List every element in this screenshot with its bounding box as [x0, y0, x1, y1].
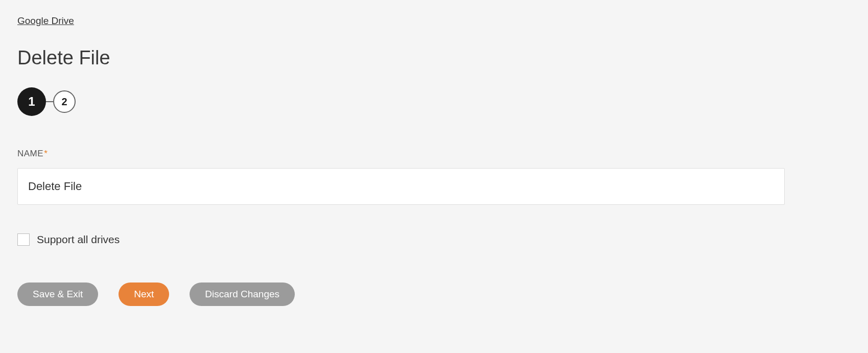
- support-drives-row: Support all drives: [17, 233, 851, 246]
- step-connector: [46, 101, 53, 102]
- save-exit-button[interactable]: Save & Exit: [17, 283, 98, 306]
- next-button[interactable]: Next: [119, 283, 169, 306]
- action-buttons: Save & Exit Next Discard Changes: [17, 283, 851, 306]
- page-title: Delete File: [17, 47, 851, 69]
- name-label: NAME*: [17, 149, 851, 159]
- support-drives-label: Support all drives: [37, 233, 120, 246]
- name-label-text: NAME: [17, 149, 43, 158]
- support-drives-checkbox[interactable]: [17, 233, 30, 246]
- breadcrumb-link[interactable]: Google Drive: [17, 15, 74, 27]
- step-1[interactable]: 1: [17, 87, 46, 116]
- required-indicator: *: [44, 149, 48, 158]
- discard-changes-button[interactable]: Discard Changes: [190, 283, 295, 306]
- name-field-group: NAME*: [17, 149, 851, 205]
- step-2[interactable]: 2: [53, 90, 76, 113]
- name-input[interactable]: [17, 168, 785, 205]
- step-indicator: 1 2: [17, 87, 851, 116]
